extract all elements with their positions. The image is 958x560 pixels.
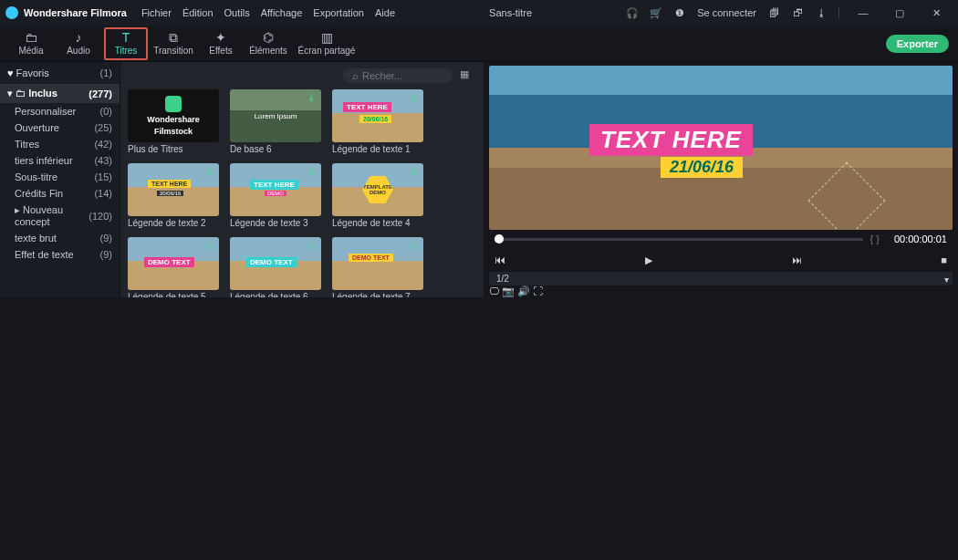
fullscreen-icon[interactable]: ⛶ <box>533 285 543 296</box>
cart-icon[interactable]: 🛒 <box>650 6 662 19</box>
chevron-right-icon: ▸ <box>15 204 20 215</box>
tile-base6[interactable]: Lorem Ipsum ⭳ De base 6 <box>230 89 321 160</box>
tile-legende2[interactable]: TEXT HERE 20/06/16 ⭳ Légende de texte 2 <box>128 163 219 233</box>
sidebar-item-textebrut[interactable]: texte brut(9) <box>0 230 120 246</box>
app-logo-icon <box>5 6 18 19</box>
tile-thumb: Wondershare Filmstock <box>128 89 219 142</box>
volume-icon[interactable]: 🔊 <box>517 285 530 296</box>
search-input[interactable] <box>362 70 435 81</box>
preview-video[interactable]: TEXT HERE 21/06/16 <box>489 66 953 230</box>
player-play-button[interactable]: ▶ <box>645 254 652 266</box>
player-prev-button[interactable]: ⏮ <box>495 254 505 266</box>
tile-caption: Légende de texte 2 <box>128 216 219 233</box>
doc-title: Sans-titre <box>395 7 626 18</box>
sidebar-inclus[interactable]: ▾ 🗀 Inclus (277) <box>0 84 120 103</box>
preview-ratio-select[interactable]: 1/2▾ <box>489 272 953 285</box>
notify-icon[interactable]: ❶ <box>673 6 686 19</box>
tile-legende3[interactable]: TEXT HERE DEMO ⭳ Légende de texte 3 <box>230 163 321 233</box>
sidebar-item-tiers[interactable]: tiers inférieur(43) <box>0 152 120 169</box>
tile-legende1[interactable]: TEXT HERE 20/06/16 ⭳ Légende de texte 1 <box>332 89 423 160</box>
preview-panel: TEXT HERE 21/06/16 { } 00:00:00:01 ⏮ ▶ ⏭… <box>484 62 958 297</box>
window-close[interactable]: ✕ <box>923 5 949 21</box>
tile-caption: Légende de texte 7 <box>332 290 423 297</box>
tab-elements[interactable]: ⌬Éléments <box>246 27 290 60</box>
tile-legende4[interactable]: TEMPLATEDEMO ⭳ Légende de texte 4 <box>332 163 423 233</box>
sc1: { } <box>870 233 880 244</box>
support-icon[interactable]: 🎧 <box>626 6 639 19</box>
sidebar-item-soustitre[interactable]: Sous-titre(15) <box>0 169 120 185</box>
sidebar-item-count: (120) <box>89 211 112 222</box>
menu-fichier[interactable]: Fichier <box>141 7 172 18</box>
tab-effets[interactable]: ✦Effets <box>199 27 243 60</box>
share1-icon[interactable]: 🗐 <box>767 6 780 19</box>
sidebar-item-titres[interactable]: Titres(42) <box>0 136 120 152</box>
player-controls: ⏮ ▶ ⏭ ■ <box>489 248 953 272</box>
app-root: Wondershare Filmora Fichier Édition Outi… <box>0 0 958 560</box>
sidebar-item-credits[interactable]: Crédits Fin(14) <box>0 185 120 202</box>
download-icon: ⭳ <box>307 91 319 104</box>
player-stop-button[interactable]: ■ <box>941 254 947 265</box>
tab-media-label: Média <box>18 46 43 56</box>
sidebar-item-count: (15) <box>94 171 112 182</box>
sidebar-item-count: (14) <box>94 188 112 199</box>
tile-overlay: Lorem Ipsum <box>255 112 297 120</box>
scrubber-thumb[interactable] <box>495 234 504 244</box>
hex-icon: TEMPLATEDEMO <box>362 176 393 203</box>
sidebar-item-ouverture[interactable]: Ouverture(25) <box>0 119 120 136</box>
tab-titres-label: Titres <box>115 46 138 56</box>
sidebar-favoris[interactable]: ♥ Favoris (1) <box>0 62 120 84</box>
menu-outils[interactable]: Outils <box>224 7 250 18</box>
tab-titres[interactable]: TTitres <box>104 27 148 60</box>
menu-exportation[interactable]: Exportation <box>313 7 364 18</box>
sidebar-item-effettexte[interactable]: Effet de texte(9) <box>0 246 120 263</box>
tile-thumb: DEMO TEXT ⭳ <box>128 237 219 290</box>
scrubber-time: 00:00:00:01 <box>887 233 947 244</box>
tile-overlay: TEXT HERE <box>343 102 391 112</box>
sidebar-item-personnaliser[interactable]: Personnaliser(0) <box>0 103 120 119</box>
folder-icon: 🗀 <box>16 88 26 99</box>
export-button[interactable]: Exporter <box>886 35 949 53</box>
monitor-icon[interactable]: 🖵 <box>489 285 499 296</box>
sidebar-favoris-label: Favoris <box>16 67 49 78</box>
tile-thumb: TEXT HERE DEMO ⭳ <box>230 163 321 216</box>
player-fwd-button[interactable]: ⏭ <box>792 254 802 265</box>
menu-aide[interactable]: Aide <box>375 7 395 18</box>
tile-legende7[interactable]: DEMO TEXT ⭳ Légende de texte 7 <box>332 237 423 297</box>
window-maximize[interactable]: ▢ <box>887 5 912 21</box>
tab-media[interactable]: 🗀Média <box>9 27 53 60</box>
transform-handle[interactable] <box>808 162 886 230</box>
tab-audio[interactable]: ♪Audio <box>57 27 100 60</box>
tile-overlay: DEMO TEXT <box>349 254 393 262</box>
tab-transition[interactable]: ⧉Transition <box>151 27 195 60</box>
menu-affichage[interactable]: Affichage <box>261 7 303 18</box>
tile-legende6[interactable]: DEMO TEXT ⭳ Légende de texte 6 <box>230 237 321 297</box>
menu-edition[interactable]: Édition <box>182 7 213 18</box>
asset-grid: Wondershare Filmstock Plus de Titres Lor… <box>120 89 484 297</box>
title-right: 🎧 🛒 ❶ Se connecter 🗐 🗗 ⭳ — ▢ ✕ <box>626 5 953 21</box>
sidebar-item-count: (9) <box>100 249 112 260</box>
sidebar-item-count: (0) <box>100 106 112 117</box>
download-icon[interactable]: ⭳ <box>815 6 828 19</box>
tile-caption: Légende de texte 6 <box>230 290 321 297</box>
effects-icon: ✦ <box>215 31 226 44</box>
tile-filmstock[interactable]: Wondershare Filmstock Plus de Titres <box>128 89 219 160</box>
signin-link[interactable]: Se connecter <box>697 6 756 19</box>
sidebar-item-label: Ouverture <box>15 122 59 133</box>
share2-icon[interactable]: 🗗 <box>791 6 804 19</box>
sidebar-item-label: Nouveau concept <box>15 204 63 227</box>
tab-ecran[interactable]: ▥Écran partagé <box>294 27 359 60</box>
tile-caption: Légende de texte 3 <box>230 216 321 233</box>
window-minimize[interactable]: — <box>850 5 876 21</box>
tile-legende5[interactable]: DEMO TEXT ⭳ Légende de texte 5 <box>128 237 219 297</box>
scrubber-track[interactable] <box>495 238 863 241</box>
tile-thumb: TEXT HERE 20/06/16 ⭳ <box>128 163 219 216</box>
snapshot-icon[interactable]: 📷 <box>502 285 515 296</box>
sidebar-item-nouveau[interactable]: ▸ Nouveau concept(120) <box>0 202 120 230</box>
tile-caption: Légende de texte 5 <box>128 290 219 297</box>
elements-icon: ⌬ <box>263 31 274 44</box>
tab-audio-label: Audio <box>67 46 90 56</box>
tile-caption: Légende de texte 4 <box>332 216 423 233</box>
view-grid-icon[interactable]: ▦ <box>460 68 474 83</box>
search-input-wrapper[interactable]: ⌕ <box>343 68 453 83</box>
tile-thumb: DEMO TEXT ⭳ <box>230 237 321 290</box>
